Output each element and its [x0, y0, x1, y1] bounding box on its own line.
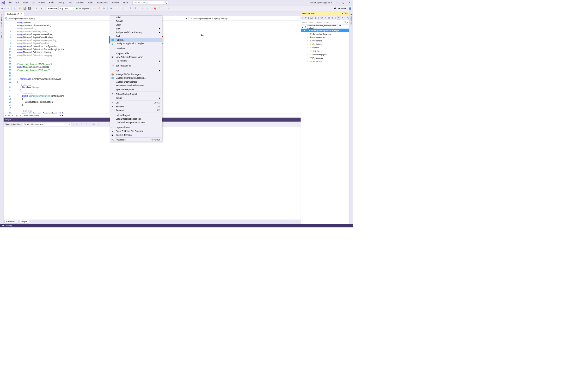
tree-node[interactable]: ▷🔗Connected Services: [301, 32, 349, 35]
ctx-sync-namespaces[interactable]: Sync Namespaces: [110, 87, 162, 91]
ctx-copy-full-path[interactable]: ⿻Copy Full Path: [110, 126, 162, 129]
error-list-tab[interactable]: Error List ...: [4, 220, 19, 223]
start-nodebug-button[interactable]: ▷: [93, 7, 96, 10]
issues-status: No issues found: [24, 114, 39, 117]
ctx-add[interactable]: Add▶: [110, 69, 162, 72]
tree-node[interactable]: 📄.DS_Store: [301, 49, 349, 53]
ctx-set-as-startup-project[interactable]: ⚙Set as Startup Project: [110, 92, 162, 96]
solution-explorer-toolbar: ⌂⟲ | 🏠◫ | ⊙▾↻⊟⊞ | ⇄▾ | 🔧▭: [301, 15, 349, 20]
forward-button[interactable]: →: [6, 7, 10, 10]
tree-node[interactable]: ▷C#Startup.cs: [301, 60, 349, 63]
ctx-build[interactable]: Build: [110, 15, 162, 19]
ctx-clean[interactable]: Clean: [110, 23, 162, 27]
server-explorer-tab[interactable]: Server Explorer: [0, 13, 3, 29]
maximize-button[interactable]: ▢: [342, 1, 345, 4]
ctx-rename[interactable]: ⬚RenameF2: [110, 108, 162, 112]
ctx-remove-unused-references-[interactable]: Remove Unused References...: [110, 84, 162, 87]
ctx-configure-application-insights-[interactable]: 💡Configure Application Insights...: [110, 42, 162, 45]
toolbox-tab[interactable]: Toolbox: [0, 31, 3, 40]
start-debug-button[interactable]: ▶IIS Express▼: [76, 7, 91, 10]
nav-class-combo[interactable]: 🔧 InventoryManagement.ApiApp.Startup: [189, 16, 301, 20]
save-all-button[interactable]: 💾: [28, 7, 31, 10]
menu-file[interactable]: File: [8, 1, 12, 4]
ctx-debug[interactable]: Debug▶: [110, 96, 162, 100]
solution-explorer-search[interactable]: earch Solution Explorer (Ctrl+;)🔍▾: [301, 20, 349, 25]
feedback-icon[interactable]: 👤: [349, 7, 351, 10]
close-button[interactable]: ✕: [348, 1, 350, 4]
file-tab-startup[interactable]: Startup.cs 📌 ✕: [5, 12, 24, 16]
menu-git[interactable]: Git: [32, 1, 35, 4]
project-highlight-arrow: ⬅: [201, 33, 204, 37]
ctx-unload-project[interactable]: Unload Project: [110, 113, 162, 117]
feedback-icon[interactable]: 💬: [2, 224, 4, 227]
main-menu: FileEditViewGitProjectBuildDebugTestAnal…: [8, 1, 128, 4]
ctx-overview[interactable]: Overview: [110, 47, 162, 50]
menu-help[interactable]: Help: [123, 1, 128, 4]
menu-analyze[interactable]: Analyze: [76, 1, 84, 4]
main-toolbar: ◉← → 📄 📂 💾 💾 ↶ ↷ Release▼ Any CPU▼ ▶IIS …: [0, 5, 353, 11]
menu-test[interactable]: Test: [68, 1, 72, 4]
tree-node[interactable]: ▷🔧Properties: [301, 39, 349, 42]
live-share-button[interactable]: ⮉ Live Share: [334, 7, 346, 10]
ctx-edit-project-file[interactable]: ↷Edit Project File: [110, 64, 162, 68]
output-tab[interactable]: Output: [20, 220, 29, 223]
status-text: Ready: [6, 224, 12, 227]
project-context-menu: BuildRebuildCleanView▶Analyze and Code C…: [110, 15, 162, 142]
ctx-pack[interactable]: Pack: [110, 34, 162, 38]
ctx-new-solution-explorer-view[interactable]: ▦New Solution Explorer View: [110, 55, 162, 59]
menu-edit[interactable]: Edit: [15, 1, 19, 4]
ctx-analyze-and-code-cleanup[interactable]: Analyze and Code Cleanup▶: [110, 30, 162, 34]
close-tab-icon[interactable]: ✕: [20, 13, 22, 15]
ctx-open-folder-in-file-explorer[interactable]: ↗Open Folder in File Explorer: [110, 129, 162, 133]
tree-node[interactable]: ▷📁Controllers: [301, 42, 349, 46]
ctx-cut[interactable]: ✂CutCtrl+X: [110, 101, 162, 105]
pin-icon[interactable]: 📌: [17, 13, 19, 15]
ctx-rebuild[interactable]: Rebuild: [110, 19, 162, 23]
ctx-scope-to-this[interactable]: Scope to This: [110, 51, 162, 55]
search-icon: 🔍: [164, 2, 167, 4]
menu-project[interactable]: Project: [38, 1, 45, 4]
back-button[interactable]: ◉←: [2, 7, 5, 10]
menu-tools[interactable]: Tools: [88, 1, 93, 4]
menu-build[interactable]: Build: [49, 1, 54, 4]
ctx-load-entire-dependency-tree[interactable]: Load Entire Dependency Tree: [110, 121, 162, 124]
ctx-view[interactable]: View▶: [110, 27, 162, 30]
solution-root[interactable]: ◢◫Solution 'InventoryManagement' (1 of 1…: [301, 25, 349, 29]
tree-node[interactable]: ▷C#Program.cs: [301, 56, 349, 59]
open-button[interactable]: 📂: [18, 7, 22, 10]
menu-debug[interactable]: Debug: [58, 1, 64, 4]
output-source-combo[interactable]: Service Dependencies▼: [23, 122, 71, 126]
ctx-load-direct-dependencies[interactable]: Load Direct Dependencies: [110, 117, 162, 121]
quick-search[interactable]: Search (Ctrl+Q) 🔍: [132, 1, 168, 5]
solution-explorer-tree[interactable]: ◢◫Solution 'InventoryManagement' (1 of 1…: [301, 25, 349, 224]
vs-logo-icon: [1, 1, 6, 5]
new-project-button[interactable]: 📄: [14, 7, 17, 10]
tree-node[interactable]: ▷⚙appsettings.json: [301, 53, 349, 56]
redo-button[interactable]: ↷: [40, 7, 43, 10]
ctx-manage-user-secrets[interactable]: Manage User Secrets: [110, 80, 162, 84]
menu-view[interactable]: View: [23, 1, 28, 4]
ctx-properties[interactable]: 🔧PropertiesAlt+Enter: [110, 138, 162, 142]
solution-explorer-title: lution Explorer: [302, 12, 315, 15]
ctx-remove[interactable]: ✕RemoveDel: [110, 105, 162, 108]
tree-node[interactable]: ▷📦Dependencies: [301, 35, 349, 39]
save-button[interactable]: 💾: [23, 7, 26, 10]
solution-name: InventoryManagement: [310, 1, 332, 4]
menu-window[interactable]: Window: [112, 1, 119, 4]
ctx-file-nesting[interactable]: File Nesting▶: [110, 59, 162, 63]
notifications-tab[interactable]: Notifications: [350, 13, 353, 26]
minimize-button[interactable]: —: [336, 1, 339, 4]
tree-node[interactable]: ▷📁Models: [301, 46, 349, 49]
ctx-open-in-terminal[interactable]: ▣Open in Terminal: [110, 133, 162, 137]
ctx-publish-[interactable]: 🌐Publish...: [110, 38, 162, 42]
refresh-button[interactable]: ↻: [102, 7, 106, 10]
ctx-manage-client-side-libraries-[interactable]: 🌐Manage Client-Side Libraries...: [110, 76, 162, 80]
config-combo[interactable]: Release▼: [47, 7, 57, 10]
ctx-manage-nuget-packages-[interactable]: 📦Manage NuGet Packages...: [110, 72, 162, 76]
bookmark-icon[interactable]: 🔖: [153, 7, 156, 10]
platform-combo[interactable]: Any CPU▼: [58, 7, 75, 10]
undo-button[interactable]: ↶: [35, 7, 38, 10]
menu-extensions[interactable]: Extensions: [97, 1, 108, 4]
zoom-level[interactable]: 82 %: [5, 114, 10, 117]
